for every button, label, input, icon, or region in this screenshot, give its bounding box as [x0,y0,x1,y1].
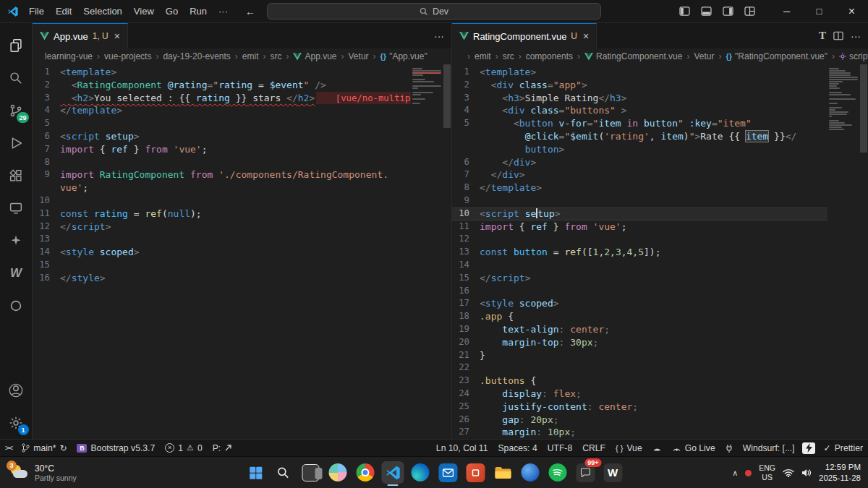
ports-item[interactable]: P: [208,440,238,456]
chrome-icon[interactable] [354,461,377,484]
code-line[interactable]: 3 <h2>You selected : {{ rating }} stars … [33,92,411,105]
scrollbar-thumb[interactable] [860,64,867,153]
code-line[interactable]: 12</script> [33,221,411,234]
code-line[interactable]: 5 <button v-for="item in button" :key="i… [452,117,827,130]
windsurf-app-icon[interactable]: W [602,461,624,484]
code-line[interactable]: 16 [452,285,827,298]
code-line[interactable]: 8</template> [452,181,827,194]
extension-ring-icon[interactable] [0,289,33,322]
source-control-icon[interactable]: 29 [0,94,33,127]
scrollbar-thumb[interactable] [443,64,451,128]
breadcrumb-item[interactable]: script [838,51,868,61]
code-line[interactable]: 12 [452,233,827,246]
code-line[interactable]: 20 margin-top: 30px; [452,336,827,349]
menu-edit[interactable]: Edit [50,4,77,19]
more-actions-icon[interactable]: ··· [434,30,444,42]
file-explorer-icon[interactable] [492,461,514,484]
outlook-icon[interactable] [437,461,459,484]
maximize-button[interactable]: □ [803,0,835,22]
windsurf-status-item[interactable]: Windsurf: [...] [738,440,800,456]
code-line[interactable]: 25 justify-content: center; [452,401,827,414]
code-line[interactable]: 7 </div> [452,168,827,181]
code-area-left[interactable]: 1<template>2 <RatingComponent @rating="r… [33,64,411,439]
code-line[interactable]: @click="$emit('rating', item)">Rate {{ i… [452,130,827,143]
more-actions-icon[interactable]: ··· [851,30,861,42]
code-line[interactable]: 14 [452,259,827,272]
run-debug-icon[interactable] [0,127,33,159]
code-line[interactable]: 27 margin: 10px; [452,426,827,439]
code-line[interactable]: 9import RatingComponent from './componen… [33,168,411,181]
taskbar-search-icon[interactable] [272,461,294,484]
spotify-icon[interactable] [547,461,569,484]
scrollbar-left[interactable] [443,64,451,439]
weather-widget[interactable]: 3 30°C Partly sunny [4,457,82,488]
tab-close-icon[interactable]: × [583,30,589,42]
breadcrumb-item[interactable]: {}"RatingComponent.vue" [726,51,829,61]
hidden-icons-chevron[interactable]: ∧ [732,468,738,478]
menu-view[interactable]: View [128,4,160,19]
prettier-item[interactable]: ✓ Prettier [818,440,868,456]
code-line[interactable]: 2 <div class="app"> [452,79,827,92]
code-line[interactable]: 4</template> [33,104,411,117]
code-line[interactable]: 10<script setup> [452,207,827,221]
blue-app-icon[interactable] [519,461,542,484]
code-line[interactable]: 8 [33,156,411,169]
code-line[interactable]: 3 <h3>Simple Rating</h3> [452,92,827,105]
breadcrumb-item[interactable]: components [525,51,574,61]
code-line[interactable]: 6 </div> [452,156,827,169]
extensions-icon[interactable] [0,159,33,192]
code-line[interactable]: 4 <div class="buttons" > [452,104,827,117]
command-center-search[interactable]: Dev [267,3,601,20]
volume-icon[interactable] [801,468,812,477]
breadcrumb-item[interactable]: App.vue [292,51,337,61]
code-line[interactable]: 6<script setup> [33,130,411,143]
menu-more[interactable]: ··· [213,4,234,19]
ai-sparkle-icon[interactable] [0,224,33,257]
toggle-sidebar-right-icon[interactable] [717,7,739,16]
customize-layout-icon[interactable] [739,7,760,16]
widgets-icon[interactable] [327,461,349,484]
tray-status-icon[interactable] [745,470,752,476]
code-line[interactable]: 11import { ref } from 'vue'; [452,221,827,234]
code-line[interactable]: 16</style> [33,272,411,285]
code-line[interactable]: 19 text-align: center; [452,323,827,336]
cursor-position[interactable]: Ln 10, Col 11 [431,440,493,456]
toggle-panel-icon[interactable] [695,7,717,16]
plug-item[interactable] [720,440,738,456]
code-line[interactable]: 14<style scoped> [33,246,411,259]
breadcrumb-item[interactable]: vue-projects [103,51,152,61]
explorer-icon[interactable] [0,29,33,61]
windsurf-view-icon[interactable]: W [0,257,33,289]
breadcrumb-item[interactable]: learning-vue [44,51,93,61]
code-line[interactable]: 23.buttons { [452,374,827,388]
accounts-icon[interactable] [0,374,33,406]
indentation[interactable]: Spaces: 4 [493,440,542,456]
edge-icon[interactable] [409,461,432,484]
bolt-icon[interactable] [802,442,815,454]
remote-indicator[interactable]: >< [0,440,17,456]
task-view-icon[interactable] [299,461,322,484]
breadcrumb-item[interactable]: Vetur [348,51,370,61]
code-line[interactable]: 1<template> [452,66,827,79]
code-line[interactable]: 22 [452,361,827,374]
office-app-icon[interactable] [464,461,487,484]
breadcrumb-item[interactable]: src [502,51,515,61]
input-language[interactable]: ENG US [759,463,775,482]
code-line[interactable]: 13const button = ref([1,2,3,4,5]); [452,246,827,259]
code-line[interactable]: 7import { ref } from 'vue'; [33,143,411,156]
code-line[interactable]: 9 [452,194,827,207]
scrollbar-right[interactable] [859,64,868,439]
breadcrumb-item[interactable]: src [269,51,282,61]
problems-item[interactable]: × 1 ⚠ 0 [160,440,207,456]
tab-app-vue[interactable]: App.vue 1, U × [33,23,128,48]
remote-explorer-icon[interactable] [0,192,33,224]
tab-ratingcomponent-vue[interactable]: RatingComponent.vue U × [452,23,597,48]
broadcast-item[interactable] [647,440,667,456]
minimap-right[interactable] [827,64,859,439]
split-editor-icon[interactable] [833,31,843,40]
git-branch-item[interactable]: main* ↻ [17,440,72,456]
breadcrumb-item[interactable]: {}"App.vue" [380,51,428,61]
code-line[interactable]: 5 [33,117,411,130]
code-line[interactable]: 1<template> [33,66,411,79]
back-icon[interactable]: ← [245,6,255,17]
